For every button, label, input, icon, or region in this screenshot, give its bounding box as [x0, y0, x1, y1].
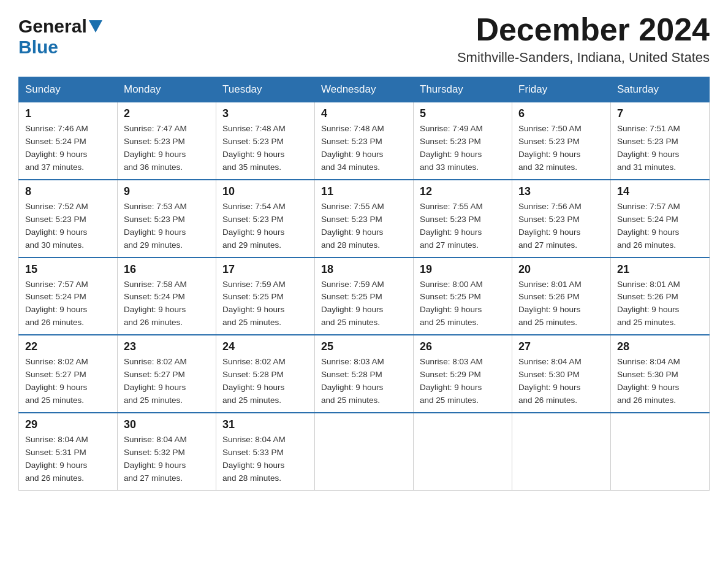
day-info: Sunrise: 8:03 AMSunset: 5:28 PMDaylight:…: [321, 356, 407, 407]
calendar-day-cell: 20Sunrise: 8:01 AMSunset: 5:26 PMDayligh…: [512, 258, 611, 335]
day-number: 5: [420, 107, 506, 120]
calendar-day-cell: 29Sunrise: 8:04 AMSunset: 5:31 PMDayligh…: [19, 413, 118, 490]
day-info: Sunrise: 7:56 AMSunset: 5:23 PMDaylight:…: [518, 201, 604, 252]
calendar-day-cell: 10Sunrise: 7:54 AMSunset: 5:23 PMDayligh…: [216, 180, 315, 258]
calendar-day-cell: 25Sunrise: 8:03 AMSunset: 5:28 PMDayligh…: [315, 335, 414, 413]
day-number: 19: [420, 263, 506, 276]
day-number: 24: [222, 340, 308, 353]
day-number: 9: [124, 185, 210, 198]
calendar-day-cell: 14Sunrise: 7:57 AMSunset: 5:24 PMDayligh…: [611, 180, 710, 258]
day-number: 28: [617, 340, 703, 353]
day-info: Sunrise: 7:59 AMSunset: 5:25 PMDaylight:…: [321, 278, 407, 330]
day-number: 25: [321, 340, 407, 353]
page-header: General Blue December 2024 Smithville-Sa…: [18, 12, 710, 66]
day-of-week-header: Friday: [512, 77, 611, 102]
day-number: 14: [617, 185, 703, 198]
day-info: Sunrise: 8:04 AMSunset: 5:32 PMDaylight:…: [124, 434, 210, 485]
calendar-day-cell: 26Sunrise: 8:03 AMSunset: 5:29 PMDayligh…: [414, 335, 512, 413]
day-info: Sunrise: 7:48 AMSunset: 5:23 PMDaylight:…: [222, 123, 308, 174]
day-number: 15: [25, 263, 111, 276]
day-info: Sunrise: 8:00 AMSunset: 5:25 PMDaylight:…: [420, 278, 506, 330]
day-number: 8: [25, 185, 111, 198]
calendar-day-cell: 19Sunrise: 8:00 AMSunset: 5:25 PMDayligh…: [414, 258, 512, 335]
logo: General Blue: [18, 12, 102, 58]
day-info: Sunrise: 8:02 AMSunset: 5:27 PMDaylight:…: [25, 356, 111, 407]
day-info: Sunrise: 7:52 AMSunset: 5:23 PMDaylight:…: [25, 201, 111, 252]
day-info: Sunrise: 8:04 AMSunset: 5:30 PMDaylight:…: [518, 356, 604, 407]
location-subtitle: Smithville-Sanders, Indiana, United Stat…: [457, 50, 710, 66]
calendar-day-cell: 18Sunrise: 7:59 AMSunset: 5:25 PMDayligh…: [315, 258, 414, 335]
day-info: Sunrise: 7:55 AMSunset: 5:23 PMDaylight:…: [321, 201, 407, 252]
day-number: 27: [518, 340, 604, 353]
calendar-day-cell: 1Sunrise: 7:46 AMSunset: 5:24 PMDaylight…: [19, 102, 118, 180]
day-of-week-header: Sunday: [19, 77, 118, 102]
logo-general-text: General: [18, 16, 87, 37]
day-number: 7: [617, 107, 703, 120]
day-number: 12: [420, 185, 506, 198]
day-info: Sunrise: 8:01 AMSunset: 5:26 PMDaylight:…: [518, 278, 604, 330]
day-info: Sunrise: 7:53 AMSunset: 5:23 PMDaylight:…: [124, 201, 210, 252]
calendar-day-cell: [315, 413, 414, 490]
day-info: Sunrise: 8:03 AMSunset: 5:29 PMDaylight:…: [420, 356, 506, 407]
day-info: Sunrise: 7:46 AMSunset: 5:24 PMDaylight:…: [25, 123, 111, 174]
day-number: 10: [222, 185, 308, 198]
title-block: December 2024 Smithville-Sanders, Indian…: [457, 12, 710, 66]
calendar-day-cell: 21Sunrise: 8:01 AMSunset: 5:26 PMDayligh…: [611, 258, 710, 335]
calendar-day-cell: 15Sunrise: 7:57 AMSunset: 5:24 PMDayligh…: [19, 258, 118, 335]
calendar-day-cell: 31Sunrise: 8:04 AMSunset: 5:33 PMDayligh…: [216, 413, 315, 490]
calendar-day-cell: 6Sunrise: 7:50 AMSunset: 5:23 PMDaylight…: [512, 102, 611, 180]
calendar-day-cell: 23Sunrise: 8:02 AMSunset: 5:27 PMDayligh…: [118, 335, 216, 413]
day-number: 29: [25, 418, 111, 431]
day-number: 20: [518, 263, 604, 276]
calendar-day-cell: 8Sunrise: 7:52 AMSunset: 5:23 PMDaylight…: [19, 180, 118, 258]
calendar-day-cell: 22Sunrise: 8:02 AMSunset: 5:27 PMDayligh…: [19, 335, 118, 413]
calendar-day-cell: 17Sunrise: 7:59 AMSunset: 5:25 PMDayligh…: [216, 258, 315, 335]
calendar-day-cell: 7Sunrise: 7:51 AMSunset: 5:23 PMDaylight…: [611, 102, 710, 180]
calendar-day-cell: [512, 413, 611, 490]
calendar-day-cell: 27Sunrise: 8:04 AMSunset: 5:30 PMDayligh…: [512, 335, 611, 413]
day-info: Sunrise: 7:51 AMSunset: 5:23 PMDaylight:…: [617, 123, 703, 174]
day-of-week-header: Thursday: [414, 77, 512, 102]
day-info: Sunrise: 8:04 AMSunset: 5:31 PMDaylight:…: [25, 434, 111, 485]
day-number: 1: [25, 107, 111, 120]
day-of-week-header: Tuesday: [216, 77, 315, 102]
day-number: 2: [124, 107, 210, 120]
calendar-day-cell: 4Sunrise: 7:48 AMSunset: 5:23 PMDaylight…: [315, 102, 414, 180]
day-info: Sunrise: 8:01 AMSunset: 5:26 PMDaylight:…: [617, 278, 703, 330]
day-number: 16: [124, 263, 210, 276]
day-info: Sunrise: 7:49 AMSunset: 5:23 PMDaylight:…: [420, 123, 506, 174]
calendar-day-cell: 3Sunrise: 7:48 AMSunset: 5:23 PMDaylight…: [216, 102, 315, 180]
day-number: 17: [222, 263, 308, 276]
day-number: 30: [124, 418, 210, 431]
month-title: December 2024: [457, 12, 710, 47]
day-number: 11: [321, 185, 407, 198]
calendar-week-row: 29Sunrise: 8:04 AMSunset: 5:31 PMDayligh…: [19, 413, 710, 490]
day-info: Sunrise: 7:50 AMSunset: 5:23 PMDaylight:…: [518, 123, 604, 174]
calendar-day-cell: [414, 413, 512, 490]
day-info: Sunrise: 7:54 AMSunset: 5:23 PMDaylight:…: [222, 201, 308, 252]
day-info: Sunrise: 8:04 AMSunset: 5:30 PMDaylight:…: [617, 356, 703, 407]
day-of-week-header: Saturday: [611, 77, 710, 102]
calendar-week-row: 15Sunrise: 7:57 AMSunset: 5:24 PMDayligh…: [19, 258, 710, 335]
day-info: Sunrise: 8:02 AMSunset: 5:28 PMDaylight:…: [222, 356, 308, 407]
day-number: 21: [617, 263, 703, 276]
day-of-week-header: Wednesday: [315, 77, 414, 102]
day-number: 26: [420, 340, 506, 353]
day-number: 6: [518, 107, 604, 120]
day-info: Sunrise: 7:57 AMSunset: 5:24 PMDaylight:…: [617, 201, 703, 252]
logo-blue-text: Blue: [18, 37, 58, 58]
calendar-week-row: 8Sunrise: 7:52 AMSunset: 5:23 PMDaylight…: [19, 180, 710, 258]
calendar-header-row: SundayMondayTuesdayWednesdayThursdayFrid…: [19, 77, 710, 102]
day-info: Sunrise: 7:55 AMSunset: 5:23 PMDaylight:…: [420, 201, 506, 252]
calendar-day-cell: 28Sunrise: 8:04 AMSunset: 5:30 PMDayligh…: [611, 335, 710, 413]
calendar-week-row: 22Sunrise: 8:02 AMSunset: 5:27 PMDayligh…: [19, 335, 710, 413]
calendar-day-cell: 16Sunrise: 7:58 AMSunset: 5:24 PMDayligh…: [118, 258, 216, 335]
calendar-day-cell: 24Sunrise: 8:02 AMSunset: 5:28 PMDayligh…: [216, 335, 315, 413]
day-info: Sunrise: 7:58 AMSunset: 5:24 PMDaylight:…: [124, 278, 210, 330]
day-number: 31: [222, 418, 308, 431]
calendar-day-cell: 9Sunrise: 7:53 AMSunset: 5:23 PMDaylight…: [118, 180, 216, 258]
calendar-day-cell: 12Sunrise: 7:55 AMSunset: 5:23 PMDayligh…: [414, 180, 512, 258]
day-info: Sunrise: 7:48 AMSunset: 5:23 PMDaylight:…: [321, 123, 407, 174]
day-info: Sunrise: 8:02 AMSunset: 5:27 PMDaylight:…: [124, 356, 210, 407]
day-info: Sunrise: 7:57 AMSunset: 5:24 PMDaylight:…: [25, 278, 111, 330]
